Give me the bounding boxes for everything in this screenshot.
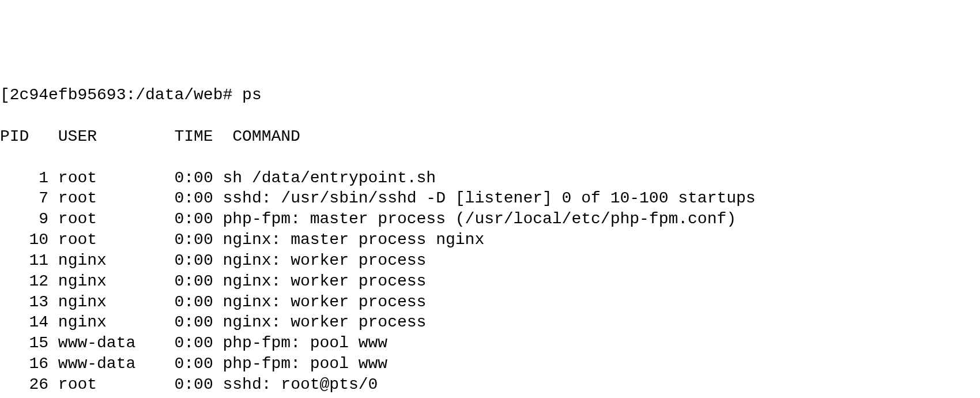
ps-cell-pid: 26 (0, 376, 48, 393)
ps-cell-command: nginx: worker process (223, 313, 427, 331)
ps-cell-pid: 13 (0, 293, 48, 311)
ps-cell-user: root (58, 210, 145, 228)
ps-row: 9 root 0:00 php-fpm: master process (/us… (0, 209, 980, 230)
ps-cell-time: 0:00 (155, 189, 213, 207)
ps-row: 7 root 0:00 sshd: /usr/sbin/sshd -D [lis… (0, 188, 980, 209)
ps-cell-user: nginx (58, 313, 145, 331)
ps-cell-pid: 9 (0, 210, 48, 228)
ps-cell-user: www-data (58, 355, 145, 373)
ps-cell-pid: 1 (0, 169, 48, 187)
ps-header: PID USER TIME COMMAND (0, 126, 980, 147)
ps-cell-time: 0:00 (155, 210, 213, 228)
ps-row: 26 root 0:00 sshd: root@pts/0 (0, 374, 980, 395)
ps-cell-pid: 11 (0, 251, 48, 269)
ps-cell-command: php-fpm: pool www (223, 355, 388, 373)
ps-row: 12 nginx 0:00 nginx: worker process (0, 271, 980, 292)
ps-cell-time: 0:00 (155, 251, 213, 269)
ps-cell-command: php-fpm: pool www (223, 334, 388, 352)
ps-cell-command: sshd: root@pts/0 (223, 376, 378, 393)
ps-cell-user: root (58, 231, 145, 249)
prompt-bracket: [ (0, 86, 10, 104)
ps-row: 28 root 0:00 -ash (0, 395, 980, 398)
ps-row: 14 nginx 0:00 nginx: worker process (0, 312, 980, 333)
ps-cell-pid: 14 (0, 313, 48, 331)
ps-output: 1 root 0:00 sh /data/entrypoint.sh 7 roo… (0, 168, 980, 398)
ps-row: 10 root 0:00 nginx: master process nginx (0, 230, 980, 250)
ps-row: 11 nginx 0:00 nginx: worker process (0, 250, 980, 271)
ps-cell-time: 0:00 (155, 376, 213, 393)
ps-row: 15 www-data 0:00 php-fpm: pool www (0, 333, 980, 354)
ps-cell-pid: 12 (0, 272, 48, 290)
prompt-line[interactable]: [2c94efb95693:/data/web# ps (0, 85, 980, 106)
ps-cell-command: nginx: worker process (223, 272, 427, 290)
ps-cell-time: 0:00 (155, 272, 213, 290)
ps-row: 16 www-data 0:00 php-fpm: pool www (0, 354, 980, 374)
ps-cell-command: nginx: master process nginx (223, 231, 485, 249)
ps-cell-user: root (58, 169, 145, 187)
ps-cell-pid: 16 (0, 355, 48, 373)
ps-cell-pid: 7 (0, 189, 48, 207)
ps-cell-time: 0:00 (155, 231, 213, 249)
ps-cell-command: nginx: worker process (223, 251, 427, 269)
prompt-command: ps (242, 86, 262, 104)
ps-row: 13 nginx 0:00 nginx: worker process (0, 292, 980, 313)
ps-cell-pid: 15 (0, 334, 48, 352)
ps-cell-user: www-data (58, 334, 145, 352)
ps-cell-command: sshd: /usr/sbin/sshd -D [listener] 0 of … (223, 189, 756, 207)
ps-cell-user: nginx (58, 272, 145, 290)
ps-cell-user: nginx (58, 293, 145, 311)
ps-cell-time: 0:00 (155, 293, 213, 311)
ps-cell-command: nginx: worker process (223, 293, 427, 311)
ps-cell-user: root (58, 189, 145, 207)
ps-cell-user: root (58, 376, 145, 393)
prompt-host-path: 2c94efb95693:/data/web# (10, 86, 242, 104)
ps-cell-time: 0:00 (155, 334, 213, 352)
ps-cell-time: 0:00 (155, 355, 213, 373)
ps-cell-time: 0:00 (155, 169, 213, 187)
ps-cell-user: nginx (58, 251, 145, 269)
ps-row: 1 root 0:00 sh /data/entrypoint.sh (0, 168, 980, 189)
ps-cell-command: sh /data/entrypoint.sh (223, 169, 436, 187)
ps-cell-pid: 10 (0, 231, 48, 249)
ps-cell-command: php-fpm: master process (/usr/local/etc/… (223, 210, 737, 228)
ps-cell-time: 0:00 (155, 313, 213, 331)
